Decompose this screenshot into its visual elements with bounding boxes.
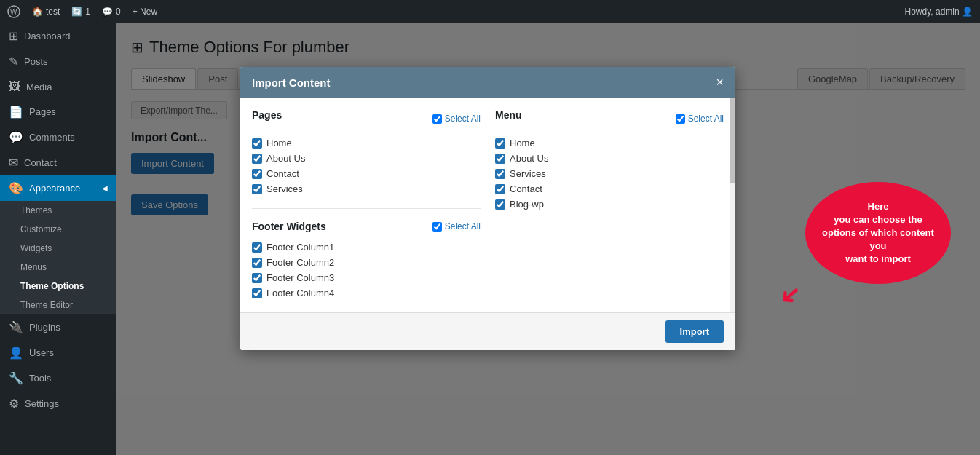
scrollbar-thumb <box>730 98 735 183</box>
sidebar: ⊞ Dashboard ✎ Posts 🖼 Media 📄 Pages 💬 Co… <box>0 23 116 455</box>
footer-checkbox-col3[interactable] <box>252 273 262 283</box>
menu-item-about: About Us <box>495 151 724 166</box>
modal-header: Import Content × <box>240 67 735 98</box>
comments-item[interactable]: 💬 0 <box>102 7 121 17</box>
media-icon: 🖼 <box>9 80 20 93</box>
sidebar-item-contact[interactable]: ✉ Contact <box>0 150 116 175</box>
pages-checkbox-home[interactable] <box>252 138 262 149</box>
menu-checkbox-services[interactable] <box>495 169 505 179</box>
sidebar-sub-themes[interactable]: Themes <box>0 201 116 220</box>
menu-checkbox-home[interactable] <box>495 138 505 149</box>
callout-bubble: Hereyou can choose theoptions of which c… <box>805 182 951 284</box>
menu-select-all[interactable]: Select All <box>676 114 724 124</box>
divider <box>252 208 481 209</box>
settings-icon: ⚙ <box>9 397 19 411</box>
menu-checkbox-contact[interactable] <box>495 184 505 194</box>
import-modal: Import Content × Pages Select All Home <box>240 67 735 350</box>
sidebar-item-media[interactable]: 🖼 Media <box>0 74 116 99</box>
sidebar-sub-theme-editor[interactable]: Theme Editor <box>0 296 116 314</box>
menu-column: Menu Select All Home About Us Servic <box>495 109 724 301</box>
sidebar-sub-menus[interactable]: Menus <box>0 258 116 277</box>
menu-item-services: Services <box>495 166 724 181</box>
footer-select-all[interactable]: Select All <box>432 221 481 232</box>
comments-icon: 💬 <box>9 130 23 144</box>
sidebar-item-appearance[interactable]: 🎨 Appearance ◀ <box>0 175 116 201</box>
pages-checkbox-services[interactable] <box>252 184 262 194</box>
pages-checkbox-about[interactable] <box>252 154 262 164</box>
menu-item-blog: Blog-wp <box>495 197 724 212</box>
wp-logo-item[interactable]: W <box>7 5 20 18</box>
pages-select-all[interactable]: Select All <box>432 114 481 124</box>
menu-header: Menu Select All <box>495 109 724 128</box>
pages-title: Pages <box>252 109 282 121</box>
pages-item-services: Services <box>252 181 481 197</box>
sidebar-item-plugins[interactable]: 🔌 Plugins <box>0 314 116 340</box>
menu-checkbox-blog[interactable] <box>495 199 505 210</box>
footer-item-col4: Footer Column4 <box>252 285 481 301</box>
pages-item-contact: Contact <box>252 166 481 181</box>
sidebar-item-settings[interactable]: ⚙ Settings <box>0 391 116 416</box>
sidebar-item-tools[interactable]: 🔧 Tools <box>0 365 116 391</box>
footer-item-col2: Footer Column2 <box>252 255 481 270</box>
footer-select-all-checkbox[interactable] <box>432 222 442 232</box>
sidebar-sub-widgets[interactable]: Widgets <box>0 239 116 258</box>
svg-text:W: W <box>10 8 17 16</box>
howdy: Howdy, admin 👤 <box>905 7 973 17</box>
scrollbar-track[interactable] <box>730 98 735 312</box>
footer-checkbox-col4[interactable] <box>252 288 262 298</box>
footer-widgets-header: Footer Widgets Select All <box>252 221 481 232</box>
pages-column: Pages Select All Home About Us Conta <box>252 109 481 301</box>
sidebar-item-dashboard[interactable]: ⊞ Dashboard <box>0 23 116 49</box>
footer-widgets-title: Footer Widgets <box>252 221 326 232</box>
pages-checkbox-contact[interactable] <box>252 169 262 179</box>
appearance-icon: 🎨 <box>9 181 23 195</box>
menu-checkbox-about[interactable] <box>495 154 505 164</box>
menu-title: Menu <box>495 109 522 121</box>
updates-item[interactable]: 🔄 1 <box>71 7 90 17</box>
contact-icon: ✉ <box>9 156 18 170</box>
callout-text: Hereyou can choose theoptions of which c… <box>817 200 939 266</box>
site-name[interactable]: 🏠 test <box>32 7 60 17</box>
sidebar-sub-theme-options[interactable]: Theme Options <box>0 277 116 296</box>
new-item[interactable]: + New <box>133 7 157 17</box>
sidebar-item-posts[interactable]: ✎ Posts <box>0 49 116 74</box>
sidebar-item-pages[interactable]: 📄 Pages <box>0 99 116 124</box>
modal-close-button[interactable]: × <box>716 76 724 89</box>
modal-body: Pages Select All Home About Us Conta <box>240 98 735 312</box>
footer-checkbox-col1[interactable] <box>252 242 262 253</box>
sidebar-item-users[interactable]: 👤 Users <box>0 340 116 365</box>
menu-select-all-checkbox[interactable] <box>676 114 685 124</box>
pages-item-about: About Us <box>252 151 481 166</box>
modal-import-button[interactable]: Import <box>665 320 724 343</box>
posts-icon: ✎ <box>9 55 18 68</box>
tools-icon: 🔧 <box>9 371 23 385</box>
pages-select-all-checkbox[interactable] <box>432 114 442 124</box>
appearance-section: 🎨 Appearance ◀ Themes Customize Widgets … <box>0 175 116 314</box>
dashboard-icon: ⊞ <box>9 29 18 43</box>
sidebar-item-comments[interactable]: 💬 Comments <box>0 124 116 150</box>
footer-item-col1: Footer Column1 <box>252 240 481 255</box>
admin-bar: W 🏠 test 🔄 1 💬 0 + New Howdy, admin 👤 <box>0 0 980 23</box>
plugins-icon: 🔌 <box>9 320 23 334</box>
modal-footer: Import <box>240 312 735 350</box>
menu-item-contact: Contact <box>495 181 724 197</box>
footer-checkbox-col2[interactable] <box>252 258 262 268</box>
menu-item-home: Home <box>495 135 724 151</box>
pages-icon: 📄 <box>9 105 23 119</box>
pages-item-home: Home <box>252 135 481 151</box>
pages-header: Pages Select All <box>252 109 481 128</box>
users-icon: 👤 <box>9 346 23 360</box>
modal-title: Import Content <box>252 76 330 89</box>
appearance-arrow: ◀ <box>102 184 108 192</box>
footer-item-col3: Footer Column3 <box>252 270 481 285</box>
sidebar-sub-customize[interactable]: Customize <box>0 220 116 239</box>
